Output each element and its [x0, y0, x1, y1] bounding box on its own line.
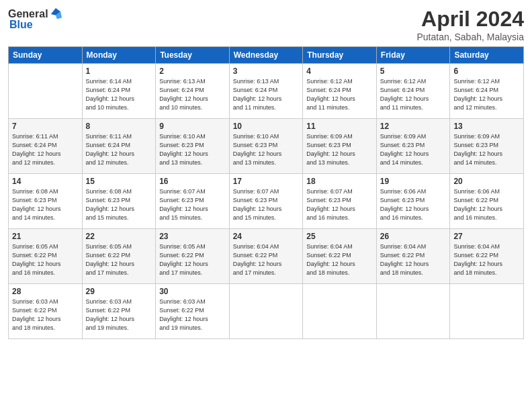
day-info: Sunrise: 6:11 AM Sunset: 6:24 PM Dayligh…: [86, 132, 152, 167]
col-header-sunday: Sunday: [9, 47, 83, 64]
day-info: Sunrise: 6:03 AM Sunset: 6:22 PM Dayligh…: [86, 298, 152, 332]
calendar-cell: 27Sunrise: 6:04 AM Sunset: 6:22 PM Dayli…: [450, 229, 524, 284]
calendar-cell: [9, 64, 83, 119]
logo-bird-icon: [50, 7, 62, 21]
week-row-5: 28Sunrise: 6:03 AM Sunset: 6:22 PM Dayli…: [9, 284, 524, 339]
calendar-cell: 21Sunrise: 6:05 AM Sunset: 6:22 PM Dayli…: [9, 229, 83, 284]
day-number: 21: [12, 232, 79, 241]
calendar-cell: 5Sunrise: 6:12 AM Sunset: 6:24 PM Daylig…: [376, 64, 450, 119]
calendar-cell: 3Sunrise: 6:13 AM Sunset: 6:24 PM Daylig…: [229, 64, 303, 119]
day-number: 18: [306, 177, 373, 186]
col-header-friday: Friday: [376, 47, 450, 64]
week-row-2: 7Sunrise: 6:11 AM Sunset: 6:24 PM Daylig…: [9, 119, 524, 174]
day-info: Sunrise: 6:10 AM Sunset: 6:23 PM Dayligh…: [233, 132, 300, 167]
day-number: 24: [233, 232, 300, 241]
day-number: 29: [86, 287, 152, 296]
day-number: 19: [380, 177, 447, 186]
day-number: 4: [306, 66, 373, 76]
day-info: Sunrise: 6:12 AM Sunset: 6:24 PM Dayligh…: [380, 77, 447, 112]
calendar-cell: 28Sunrise: 6:03 AM Sunset: 6:22 PM Dayli…: [9, 284, 83, 339]
calendar-cell: 25Sunrise: 6:04 AM Sunset: 6:22 PM Dayli…: [303, 229, 377, 284]
day-info: Sunrise: 6:13 AM Sunset: 6:24 PM Dayligh…: [159, 77, 226, 112]
calendar-cell: 30Sunrise: 6:03 AM Sunset: 6:22 PM Dayli…: [156, 284, 230, 339]
day-number: 23: [159, 232, 226, 241]
day-number: 30: [159, 287, 226, 296]
col-header-thursday: Thursday: [303, 47, 377, 64]
day-info: Sunrise: 6:07 AM Sunset: 6:23 PM Dayligh…: [233, 187, 300, 222]
calendar-cell: 6Sunrise: 6:12 AM Sunset: 6:24 PM Daylig…: [450, 64, 524, 119]
day-info: Sunrise: 6:14 AM Sunset: 6:24 PM Dayligh…: [86, 77, 152, 112]
day-info: Sunrise: 6:05 AM Sunset: 6:22 PM Dayligh…: [86, 242, 152, 277]
calendar-cell: 26Sunrise: 6:04 AM Sunset: 6:22 PM Dayli…: [376, 229, 450, 284]
calendar-cell: 18Sunrise: 6:07 AM Sunset: 6:23 PM Dayli…: [303, 174, 377, 229]
day-number: 22: [86, 232, 152, 241]
day-info: Sunrise: 6:04 AM Sunset: 6:22 PM Dayligh…: [453, 242, 520, 277]
day-info: Sunrise: 6:09 AM Sunset: 6:23 PM Dayligh…: [306, 132, 373, 167]
calendar-cell: [450, 284, 524, 339]
day-info: Sunrise: 6:07 AM Sunset: 6:23 PM Dayligh…: [159, 187, 226, 222]
calendar-cell: 7Sunrise: 6:11 AM Sunset: 6:24 PM Daylig…: [9, 119, 83, 174]
day-info: Sunrise: 6:04 AM Sunset: 6:22 PM Dayligh…: [306, 242, 373, 277]
day-number: 28: [12, 287, 79, 296]
col-header-monday: Monday: [82, 47, 156, 64]
day-info: Sunrise: 6:10 AM Sunset: 6:23 PM Dayligh…: [159, 132, 226, 167]
logo: General Blue: [8, 7, 62, 31]
calendar-cell: 4Sunrise: 6:12 AM Sunset: 6:24 PM Daylig…: [303, 64, 377, 119]
day-info: Sunrise: 6:03 AM Sunset: 6:22 PM Dayligh…: [159, 298, 226, 332]
day-number: 16: [159, 177, 226, 186]
day-info: Sunrise: 6:07 AM Sunset: 6:23 PM Dayligh…: [306, 187, 373, 222]
day-info: Sunrise: 6:12 AM Sunset: 6:24 PM Dayligh…: [453, 77, 520, 112]
day-info: Sunrise: 6:08 AM Sunset: 6:23 PM Dayligh…: [86, 187, 152, 222]
day-number: 9: [159, 122, 226, 131]
day-number: 15: [86, 177, 152, 186]
calendar-cell: 11Sunrise: 6:09 AM Sunset: 6:23 PM Dayli…: [303, 119, 377, 174]
calendar-cell: 20Sunrise: 6:06 AM Sunset: 6:22 PM Dayli…: [450, 174, 524, 229]
day-number: 14: [12, 177, 79, 186]
calendar-header-row: SundayMondayTuesdayWednesdayThursdayFrid…: [9, 47, 524, 64]
day-info: Sunrise: 6:05 AM Sunset: 6:22 PM Dayligh…: [159, 242, 226, 277]
col-header-wednesday: Wednesday: [229, 47, 303, 64]
calendar-cell: 12Sunrise: 6:09 AM Sunset: 6:23 PM Dayli…: [376, 119, 450, 174]
day-number: 7: [12, 122, 79, 131]
day-info: Sunrise: 6:06 AM Sunset: 6:23 PM Dayligh…: [380, 187, 447, 222]
logo-blue-text: Blue: [9, 19, 33, 31]
week-row-4: 21Sunrise: 6:05 AM Sunset: 6:22 PM Dayli…: [9, 229, 524, 284]
calendar-cell: 1Sunrise: 6:14 AM Sunset: 6:24 PM Daylig…: [82, 64, 156, 119]
calendar-cell: [376, 284, 450, 339]
day-number: 25: [306, 232, 373, 241]
day-number: 27: [453, 232, 520, 241]
day-info: Sunrise: 6:03 AM Sunset: 6:22 PM Dayligh…: [12, 298, 79, 332]
week-row-3: 14Sunrise: 6:08 AM Sunset: 6:23 PM Dayli…: [9, 174, 524, 229]
day-number: 2: [159, 66, 226, 76]
day-number: 6: [453, 66, 520, 76]
calendar-cell: 16Sunrise: 6:07 AM Sunset: 6:23 PM Dayli…: [156, 174, 230, 229]
day-number: 17: [233, 177, 300, 186]
calendar-cell: 2Sunrise: 6:13 AM Sunset: 6:24 PM Daylig…: [156, 64, 230, 119]
day-number: 3: [233, 66, 300, 76]
day-number: 8: [86, 122, 152, 131]
calendar-cell: 22Sunrise: 6:05 AM Sunset: 6:22 PM Dayli…: [82, 229, 156, 284]
calendar-cell: 29Sunrise: 6:03 AM Sunset: 6:22 PM Dayli…: [82, 284, 156, 339]
calendar-cell: 8Sunrise: 6:11 AM Sunset: 6:24 PM Daylig…: [82, 119, 156, 174]
day-number: 26: [380, 232, 447, 241]
day-number: 20: [453, 177, 520, 186]
title-section: April 2024 Putatan, Sabah, Malaysia: [416, 7, 524, 42]
header: General Blue April 2024 Putatan, Sabah, …: [8, 7, 524, 42]
calendar-cell: [229, 284, 303, 339]
day-number: 5: [380, 66, 447, 76]
day-info: Sunrise: 6:05 AM Sunset: 6:22 PM Dayligh…: [12, 242, 79, 277]
day-info: Sunrise: 6:08 AM Sunset: 6:23 PM Dayligh…: [12, 187, 79, 222]
calendar-cell: 14Sunrise: 6:08 AM Sunset: 6:23 PM Dayli…: [9, 174, 83, 229]
day-number: 13: [453, 122, 520, 131]
calendar-cell: 13Sunrise: 6:09 AM Sunset: 6:23 PM Dayli…: [450, 119, 524, 174]
calendar-cell: 23Sunrise: 6:05 AM Sunset: 6:22 PM Dayli…: [156, 229, 230, 284]
day-info: Sunrise: 6:06 AM Sunset: 6:22 PM Dayligh…: [453, 187, 520, 222]
month-title: April 2024: [416, 7, 524, 32]
day-number: 1: [86, 66, 152, 76]
day-info: Sunrise: 6:04 AM Sunset: 6:22 PM Dayligh…: [380, 242, 447, 277]
calendar-table: SundayMondayTuesdayWednesdayThursdayFrid…: [8, 46, 524, 339]
calendar-cell: 19Sunrise: 6:06 AM Sunset: 6:23 PM Dayli…: [376, 174, 450, 229]
day-info: Sunrise: 6:13 AM Sunset: 6:24 PM Dayligh…: [233, 77, 300, 112]
calendar-cell: 17Sunrise: 6:07 AM Sunset: 6:23 PM Dayli…: [229, 174, 303, 229]
calendar-cell: [303, 284, 377, 339]
